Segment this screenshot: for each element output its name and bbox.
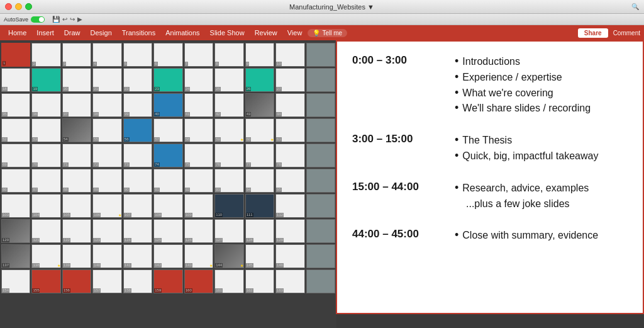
slide-thumb-92[interactable]: 92: [184, 169, 213, 193]
slide-thumb-139[interactable]: 139: [62, 244, 91, 268]
slide-thumb-55[interactable]: 55: [92, 118, 121, 142]
menu-design[interactable]: Design: [86, 28, 116, 38]
slide-thumb-58[interactable]: 58: [184, 118, 213, 142]
slide-thumb-x8[interactable]: [306, 219, 335, 243]
slide-thumb-53[interactable]: 53: [31, 118, 60, 142]
slide-thumb-93[interactable]: 93: [214, 169, 243, 193]
slide-thumb-71[interactable]: 71: [62, 144, 91, 167]
slide-thumb-120[interactable]: 120: [1, 219, 30, 243]
slide-thumb-103[interactable]: 103: [1, 194, 30, 218]
slide-thumb-61[interactable]: 61: [275, 118, 304, 142]
slide-thumb-x9[interactable]: [306, 244, 335, 268]
slide-thumb-154[interactable]: 154: [1, 269, 30, 293]
tell-me-input[interactable]: 💡 Tell me: [308, 29, 347, 37]
slide-thumb-128[interactable]: 128: [245, 219, 274, 243]
slide-thumb-125[interactable]: 125: [153, 219, 182, 243]
slide-thumb-8[interactable]: 8: [214, 43, 243, 67]
slide-thumb-x3[interactable]: [306, 93, 335, 117]
slide-thumb-106[interactable]: 106★: [92, 194, 121, 218]
menu-home[interactable]: Home: [4, 28, 31, 38]
slide-thumb-24[interactable]: 24: [184, 68, 213, 92]
slide-thumb-10[interactable]: 10: [275, 43, 304, 67]
slide-thumb-36[interactable]: 36: [31, 93, 60, 117]
slide-thumb-91[interactable]: 91: [153, 169, 182, 193]
slide-thumb-20[interactable]: 20: [62, 68, 91, 92]
close-button[interactable]: [5, 3, 12, 10]
slide-thumb-124[interactable]: 124: [123, 219, 152, 243]
ribbon-icon-save[interactable]: 💾: [52, 16, 60, 23]
slide-thumb-88[interactable]: 88: [62, 169, 91, 193]
slide-thumb-129[interactable]: 129: [275, 219, 304, 243]
slide-thumb-86[interactable]: 86: [1, 169, 30, 193]
slide-thumb-3[interactable]: 3: [62, 43, 91, 67]
slide-thumb-2[interactable]: 2: [31, 43, 60, 67]
slide-thumb-160[interactable]: 160: [184, 269, 213, 293]
slide-thumb-25[interactable]: 25: [214, 68, 243, 92]
slide-thumb-127[interactable]: 127: [214, 219, 243, 243]
ribbon-icon-undo[interactable]: ↩: [62, 16, 67, 23]
slide-thumb-111[interactable]: 111: [245, 194, 274, 218]
slide-thumb-77[interactable]: 77: [245, 144, 274, 167]
menu-transitions[interactable]: Transitions: [118, 28, 160, 38]
slide-thumb-162[interactable]: 162: [245, 269, 274, 293]
slide-thumb-159[interactable]: 159: [153, 269, 182, 293]
slide-thumb-144[interactable]: 144★: [214, 244, 243, 268]
slide-thumb-95[interactable]: 95: [275, 169, 304, 193]
slide-thumb-75[interactable]: 75: [184, 144, 213, 167]
slide-thumb-4[interactable]: 4: [92, 43, 121, 67]
slide-thumb-35[interactable]: 35: [1, 93, 30, 117]
slide-thumb-x4[interactable]: [306, 118, 335, 142]
slide-thumb-42[interactable]: 42: [214, 93, 243, 117]
slide-thumb-94[interactable]: 94: [245, 169, 274, 193]
slide-thumb-40[interactable]: 40: [153, 93, 182, 117]
slide-thumb-78[interactable]: 78: [275, 144, 304, 167]
slide-thumb-138[interactable]: 138★: [31, 244, 60, 268]
search-icon[interactable]: 🔍: [631, 3, 639, 10]
slide-thumb-109[interactable]: 109: [184, 194, 213, 218]
slide-thumb-140[interactable]: 140: [92, 244, 121, 268]
slide-thumb-108[interactable]: 108: [153, 194, 182, 218]
slide-thumb-74[interactable]: 74: [153, 144, 182, 167]
slide-thumb-x5[interactable]: [306, 144, 335, 167]
slide-thumb-72[interactable]: 72: [92, 144, 121, 167]
slide-thumb-23[interactable]: 23: [153, 68, 182, 92]
slide-thumb-142[interactable]: 142: [153, 244, 182, 268]
slide-thumb-41[interactable]: 41: [184, 93, 213, 117]
menu-insert[interactable]: Insert: [32, 28, 58, 38]
slide-thumb-60[interactable]: 60★: [245, 118, 274, 142]
slide-thumb-x6[interactable]: [306, 169, 335, 193]
slide-thumb-122[interactable]: 122: [62, 219, 91, 243]
slide-thumb-112[interactable]: 112: [275, 194, 304, 218]
slide-thumb-157[interactable]: 157: [92, 269, 121, 293]
menu-draw[interactable]: Draw: [60, 28, 85, 38]
slide-thumb-143[interactable]: 143★: [184, 244, 213, 268]
slide-thumb-19[interactable]: 19: [31, 68, 60, 92]
slide-thumb-121[interactable]: 121: [31, 219, 60, 243]
slide-thumb-26[interactable]: 26: [245, 68, 274, 92]
ribbon-icon-present[interactable]: ▶: [77, 16, 82, 23]
menu-slideshow[interactable]: Slide Show: [206, 28, 249, 38]
slide-thumb-x10[interactable]: [306, 269, 335, 293]
slide-thumb-39[interactable]: 39: [123, 93, 152, 117]
comment-button[interactable]: Comment: [613, 30, 640, 37]
menu-review[interactable]: Review: [250, 28, 282, 38]
slide-thumb-76[interactable]: 76: [214, 144, 243, 167]
maximize-button[interactable]: [25, 3, 32, 10]
menu-view[interactable]: View: [283, 28, 307, 38]
slide-thumb-44[interactable]: 44: [275, 93, 304, 117]
slide-thumb-161[interactable]: 161: [214, 269, 243, 293]
slide-thumb-145[interactable]: 145: [245, 244, 274, 268]
slide-thumb-73[interactable]: 73: [123, 144, 152, 167]
slide-thumb-56[interactable]: 56: [123, 118, 152, 142]
slide-thumb-141[interactable]: 141: [123, 244, 152, 268]
slide-thumb-18[interactable]: 18: [1, 68, 30, 92]
slide-thumb-43[interactable]: 43: [245, 93, 274, 117]
slide-thumb-69[interactable]: 69: [1, 144, 30, 167]
slide-thumb-57[interactable]: 57: [153, 118, 182, 142]
autosave-toggle[interactable]: [31, 16, 45, 23]
slide-thumb-137[interactable]: 137: [1, 244, 30, 268]
slide-thumb-90[interactable]: 90: [123, 169, 152, 193]
slide-thumb-21[interactable]: 21: [92, 68, 121, 92]
slide-thumb-163[interactable]: 163: [275, 269, 304, 293]
slide-thumb-158[interactable]: 158: [123, 269, 152, 293]
